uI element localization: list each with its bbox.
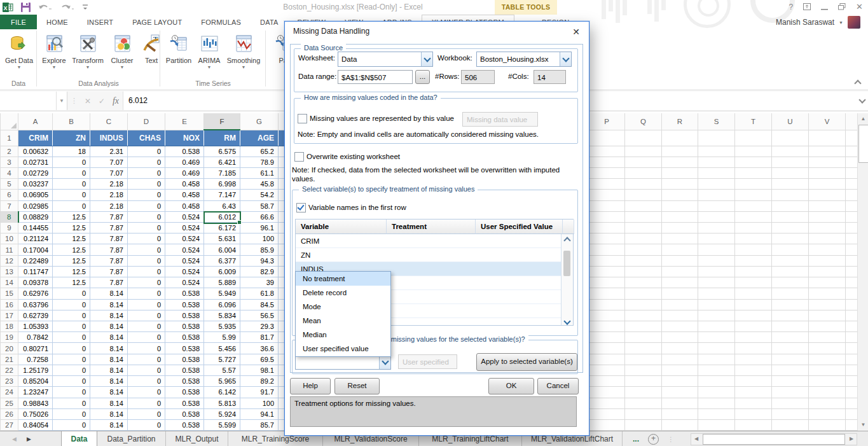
grid-cell[interactable] xyxy=(846,310,858,321)
vertical-scroll-thumb[interactable] xyxy=(858,125,868,163)
grid-cell[interactable] xyxy=(735,255,772,266)
grid-cell[interactable] xyxy=(589,233,625,244)
grid-cell[interactable] xyxy=(589,200,625,211)
grid-cell[interactable] xyxy=(846,288,858,299)
grid-cell[interactable]: 54.2 xyxy=(240,190,279,200)
grid-cell[interactable] xyxy=(698,376,735,387)
grid-cell[interactable]: 7.87 xyxy=(90,255,128,266)
grid-cell[interactable] xyxy=(279,223,285,233)
row-header-24[interactable]: 24 xyxy=(1,387,18,398)
dropdown-item-user-specified-value[interactable]: User specified value xyxy=(296,342,390,356)
grid-cell[interactable] xyxy=(809,419,846,430)
first-row-checkbox[interactable] xyxy=(296,203,306,213)
grid-cell[interactable] xyxy=(625,130,662,146)
grid-cell[interactable] xyxy=(809,398,846,408)
grid-cell[interactable]: 0.469 xyxy=(165,157,204,167)
grid-cell[interactable] xyxy=(809,255,846,266)
grid-cell[interactable] xyxy=(279,408,285,419)
grid-cell[interactable]: 12.5 xyxy=(53,255,90,266)
grid-cell[interactable]: 56.5 xyxy=(240,310,279,321)
grid-cell[interactable]: 5.631 xyxy=(204,233,240,244)
grid-cell[interactable] xyxy=(279,299,285,310)
grid-cell[interactable]: 5.965 xyxy=(204,376,240,387)
grid-cell[interactable] xyxy=(846,343,858,354)
grid-cell[interactable] xyxy=(772,310,809,321)
grid-cell[interactable] xyxy=(735,398,772,408)
grid-cell[interactable] xyxy=(772,130,809,146)
grid-cell[interactable] xyxy=(772,233,809,244)
grid-cell[interactable]: 5.889 xyxy=(204,277,240,288)
grid-cell[interactable]: 8.14 xyxy=(90,376,128,387)
grid-cell[interactable]: 0.84054 xyxy=(18,419,53,430)
grid-cell[interactable] xyxy=(279,277,285,288)
dropdown-item-delete-record[interactable]: Delete record xyxy=(296,286,390,300)
name-box[interactable] xyxy=(0,92,57,110)
grid-cell[interactable]: 85.9 xyxy=(240,244,279,255)
grid-cell[interactable] xyxy=(279,233,285,244)
grid-cell[interactable]: 36.6 xyxy=(240,343,279,354)
grid-cell[interactable]: 0 xyxy=(53,408,90,419)
grid-cell[interactable]: 78.9 xyxy=(240,157,279,167)
grid-cell[interactable] xyxy=(809,354,846,365)
grid-cell[interactable]: 0.458 xyxy=(165,190,204,200)
grid-cell[interactable]: 0 xyxy=(53,387,90,398)
variables-table-header-treatment[interactable]: Treatment xyxy=(387,220,476,234)
grid-cell[interactable]: 5.99 xyxy=(204,332,240,343)
grid-cell[interactable] xyxy=(662,354,698,365)
grid-cell[interactable]: 0.11747 xyxy=(18,266,53,277)
grid-cell[interactable]: 98.1 xyxy=(240,365,279,375)
grid-cell[interactable]: 0.62739 xyxy=(18,310,53,321)
grid-cell[interactable]: 94.3 xyxy=(240,255,279,266)
insert-function-icon[interactable]: fx xyxy=(109,96,123,106)
grid-cell[interactable]: 0 xyxy=(53,200,90,211)
sheet-tab-data_partition[interactable]: Data_Partition xyxy=(97,431,166,446)
grid-cell[interactable] xyxy=(698,277,735,288)
grid-cell[interactable] xyxy=(735,146,772,157)
grid-cell[interactable] xyxy=(662,408,698,419)
grid-cell[interactable] xyxy=(698,211,735,222)
grid-cell[interactable] xyxy=(735,332,772,343)
grid-cell[interactable] xyxy=(662,130,698,146)
grid-cell[interactable]: 0 xyxy=(53,157,90,167)
grid-cell[interactable]: 0 xyxy=(128,310,165,321)
grid-cell[interactable]: 0 xyxy=(128,223,165,233)
grid-cell[interactable] xyxy=(735,310,772,321)
ribbon-tab-data[interactable]: DATA xyxy=(251,15,288,29)
grid-cell[interactable] xyxy=(662,310,698,321)
grid-cell[interactable] xyxy=(589,211,625,222)
grid-cell[interactable] xyxy=(809,387,846,398)
grid-cell[interactable] xyxy=(279,387,285,398)
grid-cell[interactable]: 0.17004 xyxy=(18,244,53,255)
grid-cell[interactable] xyxy=(809,211,846,222)
column-header-S[interactable]: S xyxy=(698,113,735,130)
grid-cell[interactable] xyxy=(279,266,285,277)
grid-cell[interactable] xyxy=(735,387,772,398)
grid-cell[interactable] xyxy=(279,419,285,430)
grid-cell[interactable]: 0.524 xyxy=(165,277,204,288)
grid-cell[interactable] xyxy=(735,233,772,244)
grid-cell[interactable]: 0.524 xyxy=(165,233,204,244)
grid-cell[interactable] xyxy=(279,167,285,178)
grid-cell[interactable] xyxy=(809,157,846,167)
grid-cell[interactable]: 0 xyxy=(128,354,165,365)
grid-cell[interactable] xyxy=(772,332,809,343)
table-header-cell[interactable]: RM xyxy=(204,130,240,146)
grid-cell[interactable] xyxy=(589,288,625,299)
grid-cell[interactable] xyxy=(809,365,846,375)
row-header-27[interactable]: 27 xyxy=(1,419,18,430)
ok-button[interactable]: OK xyxy=(488,378,534,394)
grid-cell[interactable] xyxy=(846,255,858,266)
grid-cell[interactable]: 0.538 xyxy=(165,321,204,332)
grid-cell[interactable]: 5.727 xyxy=(204,354,240,365)
scroll-down-icon[interactable]: ▼ xyxy=(858,420,868,430)
grid-cell[interactable] xyxy=(772,211,809,222)
grid-cell[interactable] xyxy=(662,200,698,211)
grid-cell[interactable]: 82.9 xyxy=(240,266,279,277)
grid-cell[interactable] xyxy=(698,343,735,354)
grid-cell[interactable] xyxy=(625,299,662,310)
grid-cell[interactable] xyxy=(846,266,858,277)
grid-cell[interactable]: 0 xyxy=(128,179,165,190)
grid-cell[interactable] xyxy=(662,398,698,408)
column-header-F[interactable]: F xyxy=(204,113,240,130)
new-sheet-icon[interactable]: + xyxy=(648,434,659,445)
